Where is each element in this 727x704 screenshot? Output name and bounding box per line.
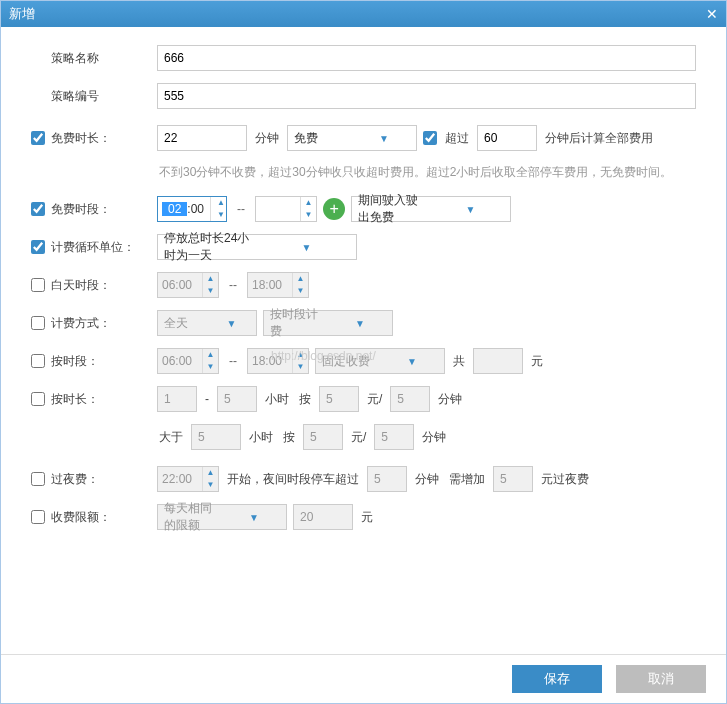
bd1-perval-input[interactable] xyxy=(390,386,430,412)
by-duration-checkbox[interactable] xyxy=(31,392,45,406)
day-period-from-spinner[interactable]: ▲▼ xyxy=(157,272,219,298)
dialog: 新增 ✕ http://blog.csdn.net/ 策略名称 策略编号 免费时… xyxy=(0,0,727,704)
free-period-select[interactable]: 期间驶入驶出免费 ▼ xyxy=(351,196,511,222)
by-period-amount-input[interactable] xyxy=(473,348,523,374)
hour-label: 小时 xyxy=(247,429,275,446)
free-duration-checkbox[interactable] xyxy=(31,131,45,145)
row-free-period: 免费时段： 02:00 ▲▼ -- ▲▼ + 期间驶入驶出免费 ▼ xyxy=(31,196,696,222)
night-fee-checkbox[interactable] xyxy=(31,472,45,486)
spinner-down-icon[interactable]: ▼ xyxy=(293,361,308,373)
dash: -- xyxy=(225,278,241,292)
bd2-perval-input[interactable] xyxy=(374,424,414,450)
bd1-from-input[interactable] xyxy=(157,386,197,412)
night-fee-amt-input[interactable] xyxy=(493,466,533,492)
code-input[interactable] xyxy=(157,83,696,109)
row-charge-mode: 计费方式： 全天 ▼ 按时段计费 ▼ xyxy=(31,310,696,336)
night-fee-label: 过夜费： xyxy=(51,471,99,488)
day-period-to-spinner[interactable]: ▲▼ xyxy=(247,272,309,298)
over-checkbox[interactable] xyxy=(423,131,437,145)
chevron-down-icon: ▼ xyxy=(380,356,444,367)
spinner-down-icon[interactable]: ▼ xyxy=(203,479,218,491)
spinner-down-icon[interactable]: ▼ xyxy=(293,285,308,297)
hour-label: 小时 xyxy=(263,391,291,408)
yuan-per-label: 元/ xyxy=(365,391,384,408)
yuan-label: 元 xyxy=(359,509,375,526)
day-period-to-input[interactable] xyxy=(248,273,292,297)
bd1-to-input[interactable] xyxy=(217,386,257,412)
row-code: 策略编号 xyxy=(31,83,696,109)
over-input[interactable] xyxy=(477,125,537,151)
by-period-from-input[interactable] xyxy=(158,349,202,373)
cycle-checkbox[interactable] xyxy=(31,240,45,254)
chevron-down-icon: ▼ xyxy=(328,318,392,329)
by-period-from-spinner[interactable]: ▲▼ xyxy=(157,348,219,374)
night-fee-start-spinner[interactable]: ▲▼ xyxy=(157,466,219,492)
charge-mode-label: 计费方式： xyxy=(51,315,111,332)
spinner-down-icon[interactable]: ▼ xyxy=(203,361,218,373)
day-period-checkbox[interactable] xyxy=(31,278,45,292)
free-period-from-spinner[interactable]: 02:00 ▲▼ xyxy=(157,196,227,222)
free-duration-select[interactable]: 免费 ▼ xyxy=(287,125,417,151)
spinner-up-icon[interactable]: ▲ xyxy=(203,467,218,479)
by-period-type-select[interactable]: 固定收费 ▼ xyxy=(315,348,445,374)
row-by-period: 按时段： ▲▼ -- ▲▼ 固定收费 ▼ 共 元 xyxy=(31,348,696,374)
spinner-up-icon[interactable]: ▲ xyxy=(293,273,308,285)
spinner-up-icon[interactable]: ▲ xyxy=(293,349,308,361)
spinner-down-icon[interactable]: ▼ xyxy=(203,285,218,297)
row-by-duration-1: 按时长： - 小时 按 元/ 分钟 xyxy=(31,386,696,412)
charge-mode-select[interactable]: 按时段计费 ▼ xyxy=(263,310,393,336)
hint-text: 不到30分钟不收费，超过30分钟收只收超时费用。超过2小时后收取全部停车费用，无… xyxy=(159,163,696,182)
bd2-val-input[interactable] xyxy=(191,424,241,450)
nf-text1: 开始，夜间时段停车超过 xyxy=(225,471,361,488)
by-period-to-spinner[interactable]: ▲▼ xyxy=(247,348,309,374)
per-label: 按 xyxy=(297,391,313,408)
spinner-up-icon[interactable]: ▲ xyxy=(211,197,226,209)
spinner-up-icon[interactable]: ▲ xyxy=(301,197,316,209)
chevron-down-icon: ▼ xyxy=(257,242,356,253)
row-limit: 收费限额： 每天相同的限额 ▼ 元 xyxy=(31,504,696,530)
nf-text3: 需增加 xyxy=(447,471,487,488)
dialog-body: http://blog.csdn.net/ 策略名称 策略编号 免费时长： 分钟… xyxy=(1,27,726,654)
save-button[interactable]: 保存 xyxy=(512,665,602,693)
limit-select[interactable]: 每天相同的限额 ▼ xyxy=(157,504,287,530)
cycle-label: 计费循环单位： xyxy=(51,239,135,256)
gong-label: 共 xyxy=(451,353,467,370)
free-period-to-spinner[interactable]: ▲▼ xyxy=(255,196,317,222)
limit-value-input[interactable] xyxy=(293,504,353,530)
limit-checkbox[interactable] xyxy=(31,510,45,524)
spinner-down-icon[interactable]: ▼ xyxy=(211,209,226,221)
spinner-up-icon[interactable]: ▲ xyxy=(203,349,218,361)
night-fee-start-input[interactable] xyxy=(158,467,202,491)
add-icon[interactable]: + xyxy=(323,198,345,220)
titlebar: 新增 ✕ xyxy=(1,1,726,27)
row-name: 策略名称 xyxy=(31,45,696,71)
bd1-price-input[interactable] xyxy=(319,386,359,412)
spinner-up-icon[interactable]: ▲ xyxy=(203,273,218,285)
cancel-button[interactable]: 取消 xyxy=(616,665,706,693)
dialog-title: 新增 xyxy=(9,1,35,27)
code-label: 策略编号 xyxy=(51,88,99,105)
name-input[interactable] xyxy=(157,45,696,71)
dash: - xyxy=(203,392,211,406)
dash: -- xyxy=(225,354,241,368)
free-period-to-input[interactable] xyxy=(256,197,300,221)
unit-label: 分钟 xyxy=(420,429,448,446)
close-icon[interactable]: ✕ xyxy=(706,1,718,27)
spinner-down-icon[interactable]: ▼ xyxy=(301,209,316,221)
bd2-price-input[interactable] xyxy=(303,424,343,450)
night-fee-min-input[interactable] xyxy=(367,466,407,492)
charge-scope-select[interactable]: 全天 ▼ xyxy=(157,310,257,336)
charge-mode-checkbox[interactable] xyxy=(31,316,45,330)
nf-text2: 分钟 xyxy=(413,471,441,488)
free-period-checkbox[interactable] xyxy=(31,202,45,216)
cycle-select[interactable]: 停放总时长24小时为一天 ▼ xyxy=(157,234,357,260)
chevron-down-icon: ▼ xyxy=(352,133,416,144)
by-period-checkbox[interactable] xyxy=(31,354,45,368)
day-period-from-input[interactable] xyxy=(158,273,202,297)
free-duration-input[interactable] xyxy=(157,125,247,151)
dialog-footer: 保存 取消 xyxy=(1,654,726,703)
yuan-label: 元 xyxy=(529,353,545,370)
day-period-label: 白天时段： xyxy=(51,277,111,294)
by-period-to-input[interactable] xyxy=(248,349,292,373)
row-cycle: 计费循环单位： 停放总时长24小时为一天 ▼ xyxy=(31,234,696,260)
